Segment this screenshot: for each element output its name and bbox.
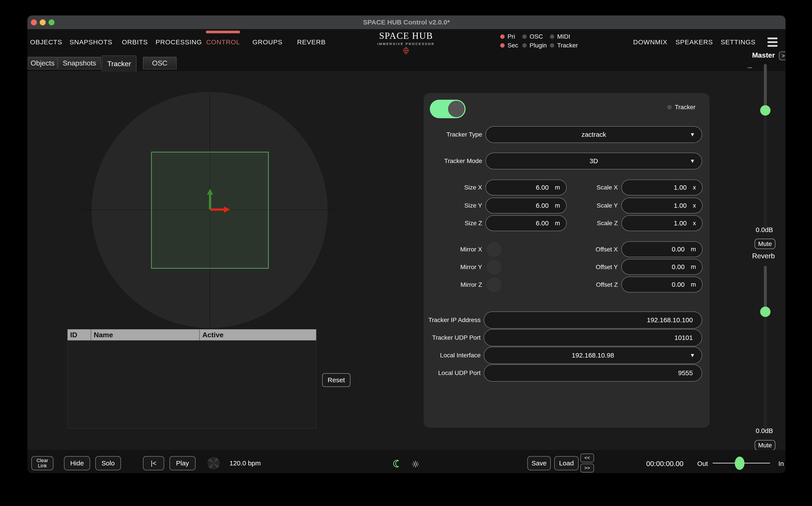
menu-groups[interactable]: GROUPS xyxy=(252,29,282,55)
tracker-mode-dropdown[interactable]: 3D ▼ xyxy=(485,153,702,169)
reset-button[interactable]: Reset xyxy=(322,373,350,387)
moon-icon[interactable] xyxy=(393,459,402,469)
timecode-display: 00:00:00.00 xyxy=(638,460,691,468)
offset-z-field[interactable]: 0.00m xyxy=(621,277,703,292)
chevron-down-icon: ▼ xyxy=(690,132,695,138)
logo-tagline: IMMERSIVE PROCESSOR xyxy=(377,42,435,46)
status-sec: Sec xyxy=(500,41,518,50)
scale-y-field[interactable]: 1.00x xyxy=(621,198,703,214)
reverb-fader-knob[interactable] xyxy=(760,307,770,317)
mirror-x-label: Mirror X xyxy=(424,246,482,253)
sec-led-icon xyxy=(500,43,505,48)
scale-y-label: Scale Y xyxy=(556,202,618,209)
tab-objects[interactable]: Objects xyxy=(28,57,57,69)
local-interface-dropdown[interactable]: 192.168.10.98 ▼ xyxy=(484,347,702,364)
load-button[interactable]: Load xyxy=(554,456,579,470)
column-id[interactable]: ID xyxy=(68,329,91,340)
step-forward-button[interactable]: >> xyxy=(580,463,594,473)
mirror-z-toggle[interactable] xyxy=(487,277,501,292)
tracker-enable-toggle[interactable] xyxy=(430,100,466,118)
mirror-z-label: Mirror Z xyxy=(424,281,482,288)
logo-title: SPACE HUB xyxy=(377,30,435,41)
scale-z-label: Scale Z xyxy=(556,220,618,227)
save-button[interactable]: Save xyxy=(527,456,551,470)
crosshair-logo-icon xyxy=(377,46,435,56)
column-active[interactable]: Active xyxy=(200,329,316,340)
scale-x-field[interactable]: 1.00x xyxy=(621,180,703,195)
rewind-button[interactable]: |< xyxy=(143,456,164,470)
menu-objects[interactable]: OBJECTS xyxy=(30,29,62,55)
mirror-x-toggle[interactable] xyxy=(487,242,501,257)
tracker-ip-field[interactable]: 192.168.10.100 xyxy=(484,312,702,329)
local-udp-port-field[interactable]: 9555 xyxy=(484,364,702,382)
window-title: SPACE HUB Control v2.0.0* xyxy=(27,15,786,29)
offset-y-label: Offset Y xyxy=(556,263,618,271)
plugin-led-icon xyxy=(522,43,527,48)
mirror-y-toggle[interactable] xyxy=(487,260,501,274)
size-y-label: Size Y xyxy=(424,202,482,209)
tracker-ip-label: Tracker IP Address xyxy=(424,316,481,324)
scale-x-label: Scale X xyxy=(556,184,618,191)
tab-snapshots[interactable]: Snapshots xyxy=(58,57,101,69)
tracker-type-label: Tracker Type xyxy=(424,131,482,138)
hamburger-menu-icon[interactable] xyxy=(767,37,778,47)
status-midi: MIDI xyxy=(550,32,570,41)
pri-led-icon xyxy=(500,34,505,39)
size-x-label: Size X xyxy=(424,184,482,191)
bpm-value: 120.0 bpm xyxy=(230,459,261,467)
column-name[interactable]: Name xyxy=(91,329,200,340)
step-back-button[interactable]: << xyxy=(580,453,594,462)
midi-led-icon xyxy=(550,34,554,39)
menu-orbits[interactable]: ORBITS xyxy=(122,29,148,55)
size-z-label: Size Z xyxy=(424,220,482,227)
status-tracker: Tracker xyxy=(550,41,578,50)
scale-z-field[interactable]: 1.00x xyxy=(621,215,703,231)
master-zero-tick xyxy=(748,67,752,68)
size-z-field[interactable]: 6.00m xyxy=(485,215,567,231)
mirror-y-label: Mirror Y xyxy=(424,263,482,271)
local-interface-label: Local Interface xyxy=(424,352,481,359)
status-pri: Pri xyxy=(500,32,515,41)
size-x-field[interactable]: 6.00m xyxy=(485,180,567,195)
tracker-table-header: ID Name Active xyxy=(67,329,316,341)
size-y-field[interactable]: 6.00m xyxy=(485,198,567,214)
in-out-slider-knob[interactable] xyxy=(735,456,744,470)
x-axis-arrow-head xyxy=(224,206,230,213)
menu-speakers[interactable]: SPEAKERS xyxy=(675,29,713,55)
sun-icon[interactable] xyxy=(412,460,419,469)
menu-processing[interactable]: PROCESSING xyxy=(156,29,202,55)
reverb-label: Reverb xyxy=(748,252,779,260)
reverb-mute-button[interactable]: Mute xyxy=(755,440,776,450)
tab-osc[interactable]: OSC xyxy=(143,57,176,69)
tempo-knob[interactable] xyxy=(208,457,220,470)
tab-tracker[interactable]: Tracker xyxy=(102,56,136,72)
offset-x-field[interactable]: 0.00m xyxy=(621,241,703,257)
clear-link-button[interactable]: Clear Link xyxy=(31,456,54,470)
menu-bar: OBJECTS SNAPSHOTS ORBITS PROCESSING CONT… xyxy=(27,29,786,55)
reverb-level-value: 0.0dB xyxy=(749,427,780,434)
menu-control[interactable]: CONTROL xyxy=(206,29,240,55)
master-mute-button[interactable]: Mute xyxy=(755,239,776,249)
app-window: SPACE HUB Control v2.0.0* OBJECTS SNAPSH… xyxy=(27,15,786,473)
tracker-table-body[interactable] xyxy=(67,341,316,429)
menu-snapshots[interactable]: SNAPSHOTS xyxy=(70,29,112,55)
play-button[interactable]: Play xyxy=(169,456,195,470)
tracker-type-dropdown[interactable]: zactrack ▼ xyxy=(485,126,702,143)
hide-button[interactable]: Hide xyxy=(64,456,90,470)
toggle-knob[interactable] xyxy=(448,101,465,117)
expand-sidebar-button[interactable]: > xyxy=(779,52,786,60)
chevron-down-icon: ▼ xyxy=(690,158,695,164)
tracker-udp-port-field[interactable]: 10101 xyxy=(484,329,702,346)
status-plugin: Plugin xyxy=(522,41,547,50)
menu-downmix[interactable]: DOWNMIX xyxy=(633,29,667,55)
solo-button[interactable]: Solo xyxy=(95,456,121,470)
local-udp-port-label: Local UDP Port xyxy=(424,369,481,377)
tracker-led-icon xyxy=(550,43,554,48)
master-fader-knob[interactable] xyxy=(760,105,770,115)
master-fader-track[interactable] xyxy=(764,64,767,228)
reverb-fader-track[interactable] xyxy=(764,266,767,430)
menu-reverb[interactable]: REVERB xyxy=(297,29,325,55)
in-label: In xyxy=(775,460,786,468)
offset-z-label: Offset Z xyxy=(556,281,618,288)
offset-y-field[interactable]: 0.00m xyxy=(621,259,703,275)
